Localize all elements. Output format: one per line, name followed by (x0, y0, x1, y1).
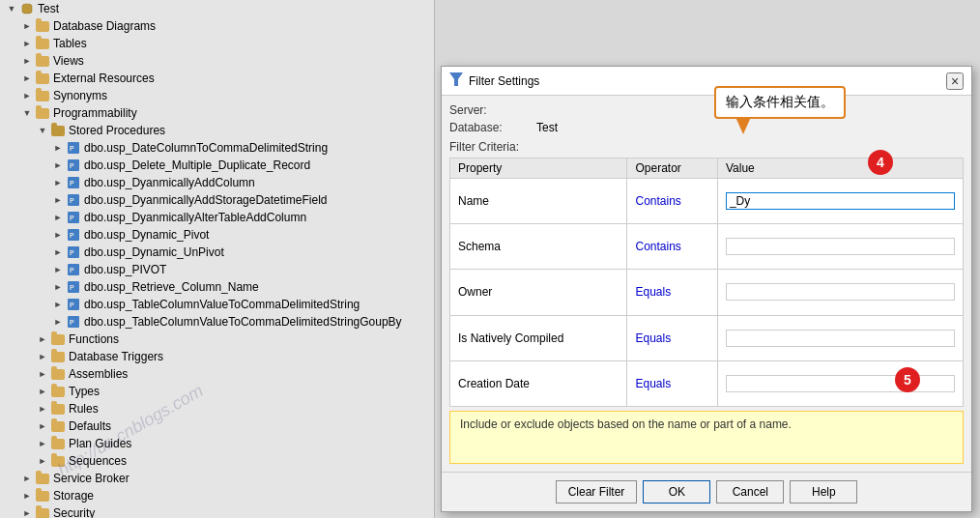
val-creation[interactable] (717, 360, 963, 406)
tooltip-text: 输入条件相关值。 (726, 94, 834, 109)
schema-value-input[interactable] (726, 238, 955, 255)
filter-row-owner: Owner Equals (450, 270, 964, 315)
database-label: Database: (449, 121, 536, 134)
filter-row-natively: Is Natively Compiled Equals (450, 315, 964, 360)
filter-row-name: Name Contains (450, 179, 964, 224)
op-schema: Contains (627, 224, 717, 270)
creation-value-input[interactable] (726, 375, 955, 392)
help-button[interactable]: Help (790, 480, 857, 504)
badge-5: 5 (895, 367, 920, 392)
val-schema[interactable] (717, 224, 963, 270)
dialog-title-text: Filter Settings (469, 74, 946, 88)
svg-marker-23 (449, 72, 463, 86)
val-natively[interactable] (717, 315, 963, 360)
dialog-close-button[interactable]: × (946, 72, 964, 90)
filter-row-creation: Creation Date Equals (450, 360, 964, 406)
val-name[interactable] (717, 179, 963, 224)
cancel-button[interactable]: Cancel (716, 480, 784, 504)
server-label: Server: (449, 103, 536, 117)
op-natively: Equals (627, 315, 717, 360)
op-name: Contains (627, 179, 717, 224)
prop-owner: Owner (450, 270, 627, 315)
hint-box: Include or exclude objects based on the … (449, 411, 964, 464)
ok-button[interactable]: OK (643, 480, 710, 504)
database-value: Test (536, 121, 558, 134)
dialog-titlebar: Filter Settings × (442, 67, 971, 96)
name-value-input[interactable] (726, 192, 955, 210)
op-owner: Equals (627, 270, 717, 315)
op-creation: Equals (627, 360, 717, 406)
filter-table: Property Operator Value Name Contains Sc… (449, 158, 964, 407)
prop-creation: Creation Date (450, 360, 627, 406)
natively-value-input[interactable] (726, 330, 955, 347)
owner-value-input[interactable] (726, 283, 955, 301)
filter-row-schema: Schema Contains (450, 224, 964, 270)
server-row: Server: (449, 103, 964, 117)
filter-title-icon (449, 72, 463, 89)
col-operator: Operator (627, 158, 717, 179)
hint-text: Include or exclude objects based on the … (460, 417, 792, 431)
prop-name: Name (450, 179, 627, 224)
database-row: Database: Test (449, 121, 964, 134)
col-property: Property (450, 158, 627, 179)
filter-settings-dialog: Filter Settings × 输入条件相关值。 Server: Datab… (441, 66, 972, 512)
tooltip-callout: 输入条件相关值。 (714, 86, 846, 119)
col-value: Value (717, 158, 963, 179)
prop-schema: Schema (450, 224, 627, 270)
dialog-footer: Clear Filter OK Cancel Help (442, 472, 971, 511)
val-owner[interactable] (717, 270, 963, 315)
prop-natively: Is Natively Compiled (450, 315, 627, 360)
dialog-body: Server: Database: Test Filter Criteria: … (442, 96, 971, 472)
clear-filter-button[interactable]: Clear Filter (556, 480, 638, 504)
badge-4: 4 (868, 150, 893, 175)
